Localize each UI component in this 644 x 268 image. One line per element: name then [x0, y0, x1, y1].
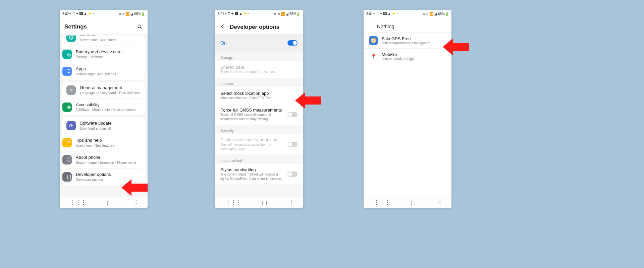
apps-item-icon: ⠿	[62, 67, 72, 76]
about-item[interactable]: ⓘAbout phoneStatusLegal informationPhone…	[66, 151, 141, 168]
status-time: 3:01	[218, 12, 224, 16]
row-title: General management	[80, 85, 141, 91]
status-bar: 3:02 ⌖ ⠿ ✈ 🅼 ▲ ⚡ · ∞ ✕ 📶 ◢ 68%🔋	[60, 10, 148, 17]
status-left-icons: ⌖ ⠿ ✈ 🅼 ▲ ⚡ ·	[373, 12, 397, 16]
stylus-row[interactable]: Stylus handwritingThe current input meth…	[215, 164, 303, 184]
mobigo-app[interactable]: 📍MobiGocom.aimerlab.mobigo	[364, 49, 451, 64]
mock-location-row[interactable]: Select mock location appMock location ap…	[215, 87, 303, 104]
nav-recents-icon[interactable]: ⋮⋮⋮	[225, 199, 241, 206]
phone-settings: 3:02 ⌖ ⠿ ✈ 🅼 ▲ ⚡ · ∞ ✕ 📶 ◢ 68%🔋 Settings…	[60, 10, 148, 208]
tips-item-icon: ?	[62, 138, 72, 147]
accessibility-item[interactable]: ✚AccessibilityTalkBackMono audioAssistan…	[66, 98, 141, 116]
section-label: Input method	[215, 154, 303, 164]
nav-home-icon[interactable]: ▢	[262, 199, 267, 206]
gnss-row[interactable]: Force full GNSS measurementsTrack all GN…	[215, 104, 303, 125]
row-subtitle: TalkBackMono audioAssistant menu	[76, 108, 141, 112]
sandbox-row: Disable message sandboxingTurn off the s…	[215, 134, 303, 154]
master-toggle-row[interactable]: On	[215, 34, 303, 52]
row-title: Disable message sandboxing	[220, 137, 284, 142]
page-title: Developer options	[230, 24, 298, 30]
fakegps-app-icon: 🧭	[369, 36, 378, 45]
nav-bar: ⋮⋮⋮ ▢ 〈	[215, 197, 303, 208]
row-title: Controls	[80, 36, 141, 38]
controls-item[interactable]: ⏻ControlsScreen timeApp timers	[62, 36, 145, 46]
app-package: com.incorporateapps.fakegps.fre	[382, 41, 431, 45]
status-bar: 3:01 ⌖ ⠿ ✈ 🅼 ▲ ⚡ · ∞ ✕ 📶 ◢ 68%🔋	[215, 10, 303, 17]
row-subtitle: StorageMemory	[76, 55, 141, 59]
row-title: Shared data	[220, 65, 298, 70]
general-item[interactable]: ≡General managementLanguage and keyboard…	[62, 82, 145, 98]
master-toggle-label: On	[220, 40, 227, 46]
nav-home-icon[interactable]: ▢	[107, 199, 112, 206]
apps-item[interactable]: ⠿AppsDefault appsApp settings	[66, 63, 141, 80]
battery-item[interactable]: ◎Battery and device careStorageMemory	[66, 46, 141, 63]
row-subtitle: Turn off the sandbox protection for mess…	[220, 142, 284, 151]
page-title: Settings	[64, 23, 137, 30]
accessibility-item-icon: ✚	[62, 103, 72, 112]
nav-bar: ⋮⋮⋮ ▢ 〈	[364, 197, 451, 208]
nav-recents-icon[interactable]: ⋮⋮⋮	[70, 199, 86, 206]
general-item-icon: ≡	[66, 85, 76, 95]
status-right-icons: ∞ ✕ 📶 ◢ 68%🔋	[119, 12, 145, 16]
section-label: Security	[215, 125, 303, 134]
row-title: About phone	[76, 155, 141, 160]
back-icon[interactable]	[220, 23, 226, 31]
app-title: FakeGPS Free	[382, 36, 431, 41]
row-title: Software update	[80, 121, 141, 126]
row-title: Tips and help	[76, 138, 141, 143]
devopts-header: Developer options	[215, 17, 303, 34]
phone-developer-options: 3:01 ⌖ ⠿ ✈ 🅼 ▲ ⚡ · ∞ ✕ 📶 ◢ 68%🔋 Develope…	[215, 10, 303, 208]
fakegps-app[interactable]: 🧭FakeGPS Freecom.incorporateapps.fakegps…	[364, 32, 451, 49]
row-subtitle: The current input method will receive a …	[220, 172, 284, 181]
nav-recents-icon[interactable]: ⋮⋮⋮	[374, 199, 390, 206]
status-left-icons: ⌖ ⠿ ✈ 🅼 ▲ ⚡ ·	[69, 12, 94, 16]
nav-bar: ⋮⋮⋮ ▢ 〈	[60, 197, 148, 208]
row-subtitle: There is no shared data for this user.	[220, 70, 298, 74]
row-title: Battery and device care	[76, 49, 141, 55]
nothing-row[interactable]: Nothing	[364, 17, 451, 32]
row-title: Accessibility	[76, 102, 141, 108]
status-bar: 3:01 ⌖ ⠿ ✈ 🅼 ▲ ⚡ · ∞ ✕ 📶 ◢ 68%🔋	[364, 10, 451, 17]
svg-line-1	[141, 27, 142, 29]
master-toggle[interactable]	[287, 40, 298, 46]
developer-item-icon: { }	[62, 172, 72, 182]
row-title: Apps	[76, 66, 141, 72]
row-title: Developer options	[76, 172, 141, 178]
about-item-icon: ⓘ	[62, 155, 72, 164]
row-subtitle: Useful tipsNew features	[76, 143, 141, 148]
app-package: com.aimerlab.mobigo	[382, 57, 414, 61]
settings-list: ⏻ControlsScreen timeApp timers◎Battery a…	[60, 34, 148, 197]
nav-back-icon[interactable]: 〈	[132, 199, 138, 206]
nav-back-icon[interactable]: 〈	[287, 199, 293, 206]
devopts-list: StorageShared dataThere is no shared dat…	[215, 52, 303, 197]
shared-data-row: Shared dataThere is no shared data for t…	[215, 61, 303, 78]
search-icon[interactable]	[137, 24, 143, 30]
row-subtitle: Language and keyboardDate and time	[80, 91, 141, 95]
app-list: 🧭FakeGPS Freecom.incorporateapps.fakegps…	[364, 32, 451, 64]
controls-item-icon: ⏻	[66, 36, 76, 42]
row-subtitle: Screen timeApp timers	[80, 38, 141, 42]
stylus-row-toggle[interactable]	[287, 172, 298, 177]
row-subtitle: Track all GNSS constellations and freque…	[220, 113, 284, 121]
svg-point-0	[138, 25, 141, 28]
section-label: Storage	[215, 52, 303, 61]
tips-item[interactable]: ?Tips and helpUseful tipsNew features	[66, 134, 141, 151]
row-subtitle: Developer options	[76, 178, 141, 182]
nav-home-icon[interactable]: ▢	[411, 199, 416, 206]
row-title: Force full GNSS measurements	[220, 108, 284, 113]
sandbox-row-toggle	[287, 142, 298, 147]
nav-back-icon[interactable]: 〈	[436, 199, 441, 206]
row-subtitle: Mock location app: FakeGPS Free	[220, 96, 298, 100]
gnss-row-toggle[interactable]	[287, 112, 298, 117]
status-time: 3:01	[366, 12, 373, 16]
row-subtitle: Default appsApp settings	[76, 72, 141, 76]
software-item[interactable]: ⟳Software updateDownload and install	[62, 117, 145, 134]
battery-item-icon: ◎	[62, 50, 72, 59]
row-title: Stylus handwriting	[220, 167, 284, 172]
row-title: Select mock location app	[220, 91, 298, 96]
row-subtitle: Download and install	[80, 126, 141, 131]
app-title: MobiGo	[382, 52, 414, 57]
developer-item[interactable]: { }Developer optionsDeveloper options	[66, 168, 141, 185]
software-item-icon: ⟳	[66, 121, 76, 130]
nothing-label: Nothing	[377, 23, 394, 29]
